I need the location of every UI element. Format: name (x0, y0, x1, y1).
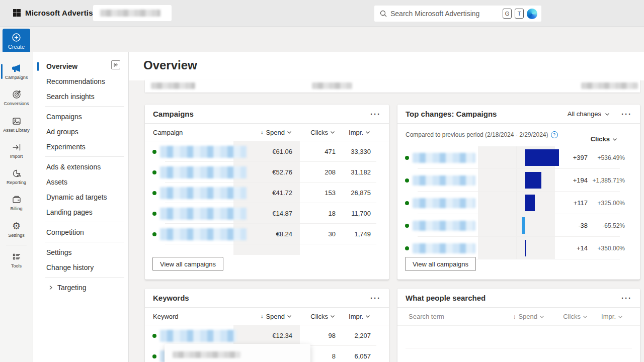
column-spend[interactable]: ↓ Spend (233, 129, 300, 136)
sidebar-item-change-history[interactable]: Change history (33, 260, 128, 275)
create-button[interactable]: Create (3, 29, 30, 53)
table-row[interactable]: +14 +350.00% (397, 237, 640, 259)
clicks-value: 153 (300, 189, 341, 197)
sidebar-item-assets[interactable]: Assets (33, 174, 128, 190)
blurred-campaign-link[interactable] (160, 228, 247, 240)
rail-item-tools[interactable]: Tools (0, 247, 33, 274)
sidebar-item-landing-pages[interactable]: Landing pages (33, 205, 128, 220)
impr-value: 6,057 (341, 352, 376, 360)
blurred-campaign-link[interactable] (413, 243, 475, 253)
column-campaign[interactable]: Campaign (153, 129, 233, 136)
chevron-down-icon (286, 313, 292, 319)
view-all-campaigns-button[interactable]: View all campaigns (405, 257, 476, 271)
rail-item-asset-library[interactable]: Asset Library (0, 112, 33, 138)
impr-value: 2,207 (341, 332, 376, 339)
sidebar-item-settings[interactable]: Settings (33, 245, 128, 260)
change-bar-cell (486, 169, 563, 192)
table-row[interactable]: +397 +536.49% (397, 146, 640, 169)
rail-item-import[interactable]: Import (0, 138, 33, 164)
chevron-down-icon (612, 136, 618, 142)
column-spend[interactable]: ↓ Spend (486, 313, 552, 320)
chevron-right-icon (48, 285, 53, 290)
status-dot-icon (152, 191, 156, 195)
sidebar-item-targeting[interactable]: Targeting (33, 280, 128, 295)
impr-value: 1,749 (341, 230, 376, 238)
sidebar-item-ads-extensions[interactable]: Ads & extensions (33, 159, 128, 174)
column-impr[interactable]: Impr. (341, 313, 376, 320)
sidebar-item-search-insights[interactable]: Search insights (33, 89, 128, 104)
more-menu-icon[interactable]: ··· (370, 294, 381, 302)
more-menu-icon[interactable]: ··· (621, 110, 632, 118)
column-impr[interactable]: Impr. (341, 129, 376, 136)
all-changes-dropdown[interactable]: All changes (568, 110, 610, 118)
metric-dropdown[interactable]: Clicks (591, 135, 618, 143)
chevron-down-icon (604, 111, 610, 117)
sidebar-nav: Overview Recommendations Search insights… (33, 52, 129, 362)
rail-item-conversions[interactable]: Conversions (0, 85, 33, 111)
card-title: Campaigns (153, 110, 194, 118)
status-dot-icon (405, 156, 409, 160)
column-clicks[interactable]: Clicks (552, 313, 594, 320)
sidebar-item-experiments[interactable]: Experiments (33, 139, 128, 154)
blurred-tooltip-text (173, 351, 240, 358)
sidebar-item-competition[interactable]: Competition (33, 225, 128, 240)
sidebar-item-label: Dynamic ad targets (46, 193, 107, 201)
rail-item-campaigns[interactable]: Campaigns (0, 59, 33, 85)
table-row[interactable]: €14.87 18 11,700 (145, 203, 389, 224)
status-dot-icon (405, 178, 409, 183)
rail-item-reporting[interactable]: Reporting (0, 164, 33, 190)
import-arrow-icon (12, 142, 22, 152)
sidebar-item-ad-groups[interactable]: Ad groups (33, 124, 128, 139)
status-dot-icon (152, 232, 156, 236)
rail-item-billing[interactable]: Billing (0, 190, 33, 216)
compare-note: Compared to previous period (2/18/2024 -… (406, 131, 558, 138)
blurred-campaign-link[interactable] (160, 187, 247, 199)
blurred-campaign-link[interactable] (413, 175, 475, 186)
blurred-campaign-link[interactable] (413, 198, 475, 208)
table-row[interactable]: €52.76 208 31,182 (145, 162, 389, 183)
column-clicks[interactable]: Clicks (300, 313, 341, 320)
help-icon[interactable]: ? (551, 131, 558, 138)
sidebar-divider (45, 277, 124, 278)
campaigns-card: Campaigns ··· Campaign ↓ Spend Clicks Im… (145, 105, 389, 280)
table-row[interactable]: €41.72 153 26,875 (145, 183, 389, 203)
column-search-term[interactable]: Search term (406, 313, 486, 320)
table-row[interactable]: €61.06 471 33,330 (145, 141, 389, 162)
blurred-keyword-link[interactable] (160, 330, 236, 342)
sidebar-item-recommendations[interactable]: Recommendations (33, 74, 128, 89)
blurred-campaign-link[interactable] (160, 146, 247, 158)
card-title: Top changes: Campaigns (406, 110, 497, 118)
column-clicks[interactable]: Clicks (300, 129, 341, 136)
table-row[interactable]: +194 +1,385.71% (397, 169, 640, 192)
view-all-campaigns-button[interactable]: View all campaigns (152, 257, 223, 271)
blurred-campaign-link[interactable] (160, 166, 247, 178)
sidebar-item-label: Overview (46, 62, 77, 70)
table-header: Campaign ↓ Spend Clicks Impr. (145, 124, 389, 141)
table-row[interactable]: +117 +325.00% (397, 192, 640, 214)
blurred-campaign-link[interactable] (160, 208, 247, 220)
rail-item-settings[interactable]: ⚙ Settings (0, 217, 33, 243)
table-row[interactable]: -38 -65.52% (397, 214, 640, 237)
rail-label: Asset Library (3, 128, 30, 133)
blurred-campaign-link[interactable] (413, 221, 475, 231)
column-keyword[interactable]: Keyword (153, 313, 233, 320)
table-row[interactable]: €8.24 30 1,749 (145, 224, 389, 244)
more-menu-icon[interactable]: ··· (621, 294, 632, 302)
table-header: Keyword ↓ Spend Clicks Impr. (145, 308, 389, 325)
impr-value: 11,700 (341, 210, 376, 217)
chevron-down-icon (365, 129, 371, 135)
table-row[interactable]: €12.34 98 2,207 (145, 325, 389, 346)
copilot-icon[interactable] (527, 9, 537, 19)
column-spend[interactable]: ↓ Spend (233, 313, 300, 320)
search-input[interactable] (390, 10, 500, 18)
blurred-campaign-link[interactable] (413, 153, 475, 163)
sidebar-item-campaigns[interactable]: Campaigns (33, 109, 128, 124)
change-bar (525, 149, 559, 166)
sidebar-item-dynamic-ad-targets[interactable]: Dynamic ad targets (33, 190, 128, 205)
rail-label: Tools (11, 263, 22, 269)
account-selector[interactable] (93, 5, 172, 21)
sidebar-item-overview[interactable]: Overview (33, 59, 128, 74)
sidebar-item-label: Change history (46, 263, 94, 272)
more-menu-icon[interactable]: ··· (370, 110, 381, 118)
column-impr[interactable]: Impr. (594, 313, 629, 320)
